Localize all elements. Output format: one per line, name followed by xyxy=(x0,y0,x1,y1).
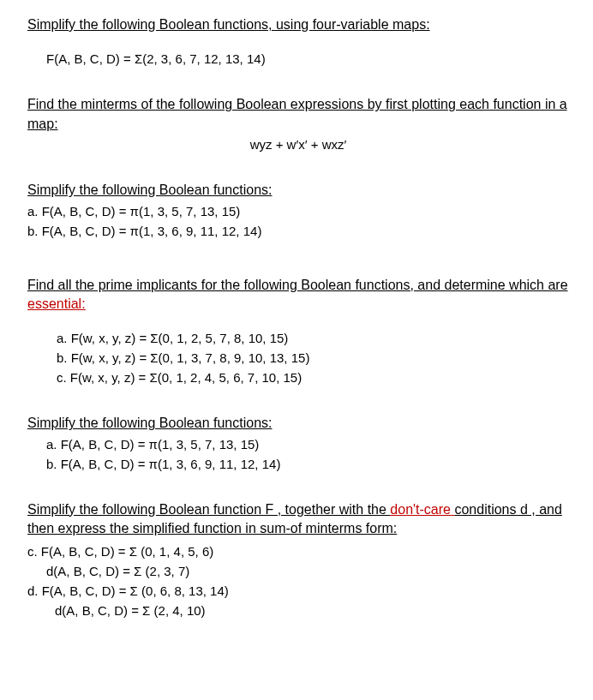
sec4-heading-pre: Find all the prime implicants for the fo… xyxy=(27,278,568,292)
sec6-item-d-dc: d(A, B, C, D) = Σ (2, 4, 10) xyxy=(55,601,569,619)
sec3-heading: Simplify the following Boolean functions… xyxy=(27,181,569,200)
sec6-heading-red: don't-care xyxy=(390,502,454,517)
sec6-item-c-dc: d(A, B, C, D) = Σ (2, 3, 7) xyxy=(46,562,569,580)
section-4: Find all the prime implicants for the fo… xyxy=(27,276,569,387)
sec1-expr: F(A, B, C, D) = Σ(2, 3, 6, 7, 12, 13, 14… xyxy=(46,50,569,68)
sec4-heading-red: essential: xyxy=(27,296,86,311)
sec5-item-a: a. F(A, B, C, D) = π(1, 3, 5, 7, 13, 15) xyxy=(46,435,569,453)
sec4-item-a: a. F(w, x, y, z) = Σ(0, 1, 2, 5, 7, 8, 1… xyxy=(57,329,569,347)
sec4-item-b: b. F(w, x, y, z) = Σ(0, 1, 3, 7, 8, 9, 1… xyxy=(57,349,569,367)
sec3-item-a: a. F(A, B, C, D) = π(1, 3, 5, 7, 13, 15) xyxy=(27,202,569,220)
sec2-heading: Find the minterms of the following Boole… xyxy=(27,95,569,134)
sec6-heading-pre: Simplify the following Boolean function … xyxy=(27,502,390,517)
section-1: Simplify the following Boolean functions… xyxy=(27,15,569,68)
sec6-item-c-fn: c. F(A, B, C, D) = Σ (0, 1, 4, 5, 6) xyxy=(27,542,569,560)
section-2: Find the minterms of the following Boole… xyxy=(27,95,569,153)
sec1-heading: Simplify the following Boolean functions… xyxy=(27,15,569,34)
sec4-item-c: c. F(w, x, y, z) = Σ(0, 1, 2, 4, 5, 6, 7… xyxy=(57,368,569,386)
sec5-item-b: b. F(A, B, C, D) = π(1, 3, 6, 9, 11, 12,… xyxy=(46,455,569,473)
section-6: Simplify the following Boolean function … xyxy=(27,500,569,619)
sec5-heading: Simplify the following Boolean functions… xyxy=(27,414,569,433)
sec6-heading: Simplify the following Boolean function … xyxy=(27,500,569,539)
sec4-heading: Find all the prime implicants for the fo… xyxy=(27,276,569,314)
sec3-item-b: b. F(A, B, C, D) = π(1, 3, 6, 9, 11, 12,… xyxy=(27,222,569,240)
section-3: Simplify the following Boolean functions… xyxy=(27,181,569,239)
sec2-expr: wyz + w′x′ + wxz′ xyxy=(27,135,569,153)
sec6-item-d-fn: d. F(A, B, C, D) = Σ (0, 6, 8, 13, 14) xyxy=(27,582,569,600)
section-5: Simplify the following Boolean functions… xyxy=(27,414,569,472)
